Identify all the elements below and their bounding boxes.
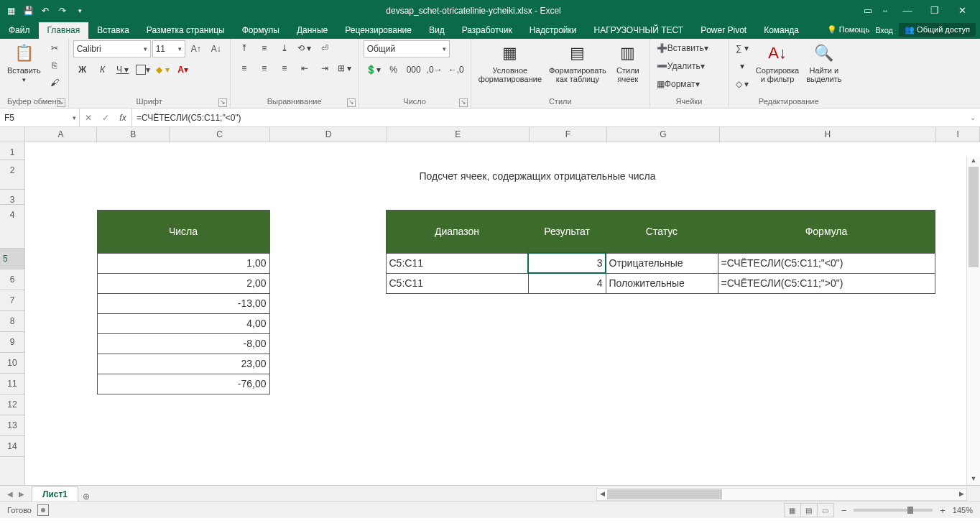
tab-view[interactable]: Вид [420,22,453,39]
help-link[interactable]: 💡 Помощь [827,25,870,34]
cell-number-8[interactable]: 4,00 [97,313,269,333]
cell-range-5[interactable]: C5:C11 [386,253,528,273]
row-header-9[interactable]: 9 [0,332,24,353]
redo-icon[interactable]: ↷ [56,4,69,17]
sheet-nav-next-icon[interactable]: ▶ [19,490,24,498]
close-button[interactable]: ✕ [950,0,974,21]
cell[interactable] [386,374,528,394]
col-header-F[interactable]: F [530,127,608,142]
cell[interactable] [269,394,386,414]
col-header-E[interactable]: E [387,127,530,142]
cell-number-5[interactable]: 1,00 [97,253,269,273]
cell[interactable] [528,414,606,434]
increase-decimal-button[interactable]: ,0→ [425,62,445,78]
cell[interactable] [269,253,386,273]
cell[interactable] [25,414,97,434]
cell[interactable] [528,434,606,454]
row-header-11[interactable]: 11 [0,374,24,394]
zoom-slider[interactable] [854,509,933,512]
decrease-indent-button[interactable]: ⇤ [295,60,314,76]
cut-button[interactable]: ✂ [45,40,64,56]
clear-button[interactable]: ◇ ▾ [733,76,752,92]
row-header-8[interactable]: 8 [0,311,24,332]
scroll-left-icon[interactable]: ◀ [597,489,607,500]
font-dialog-icon[interactable]: ↘ [218,98,227,107]
align-bottom-button[interactable]: ⤓ [275,40,294,56]
format-as-table-button[interactable]: ▤Форматировать как таблицу [546,40,609,85]
cell[interactable] [269,293,386,313]
insert-function-icon[interactable]: fx [114,113,131,123]
border-button[interactable]: ▾ [134,62,152,78]
underline-button[interactable]: Ч ▾ [114,62,132,78]
row-header-7[interactable]: 7 [0,290,24,311]
cell[interactable] [25,313,97,333]
cell[interactable] [169,434,269,454]
row-header-4[interactable]: 4 [0,205,24,249]
font-color-button[interactable]: A ▾ [174,62,193,78]
cell[interactable] [606,313,718,333]
name-box[interactable]: F5▾ [0,108,80,126]
scroll-down-icon[interactable]: ▼ [967,475,980,485]
cell[interactable] [386,414,528,434]
cell[interactable] [269,273,386,293]
tab-addins[interactable]: Надстройки [521,22,586,39]
delete-cells-button[interactable]: ➖ Удалить ▾ [655,58,724,74]
cell[interactable] [386,190,528,210]
cell[interactable] [25,434,97,454]
cell-number-11[interactable]: -76,00 [97,374,269,394]
cell-number-10[interactable]: 23,00 [97,354,269,374]
cell[interactable] [386,394,528,414]
fill-color-button[interactable]: ◆ ▾ [154,62,172,78]
row-header-3[interactable]: 3 [0,190,24,205]
align-right-button[interactable]: ≡ [275,60,294,76]
select-all-corner[interactable] [0,127,25,142]
row-header-14[interactable]: 14 [0,436,24,457]
vertical-scrollbar[interactable]: ▲ ▼ [966,157,980,485]
tab-team[interactable]: Команда [755,22,808,39]
decrease-font-button[interactable]: A↓ [207,41,226,57]
clipboard-dialog-icon[interactable]: ↘ [57,98,65,107]
cell[interactable] [386,333,528,354]
cell[interactable] [718,190,935,210]
cell-styles-button[interactable]: ▥Стили ячеек [611,40,645,85]
ribbon-display-icon[interactable]: ▭ [861,0,875,21]
cell[interactable] [269,313,386,333]
cell[interactable] [169,190,269,210]
align-middle-button[interactable]: ≡ [255,40,274,56]
cell-formula-5[interactable]: =СЧЁТЕСЛИ(C5:C11;"<0") [718,253,935,273]
cell[interactable] [25,394,97,414]
decrease-decimal-button[interactable]: ←,0 [446,62,466,78]
cell-number-7[interactable]: -13,00 [97,293,269,313]
cell[interactable] [528,190,606,210]
cell[interactable] [386,354,528,374]
cell-number-9[interactable]: -8,00 [97,333,269,354]
view-page-layout-button[interactable]: ▤ [800,503,818,517]
new-sheet-button[interactable]: ⊕ [78,491,94,502]
cell[interactable] [528,354,606,374]
cell[interactable] [25,190,97,210]
cell-result-6[interactable]: 4 [528,273,606,293]
ribbon-arrow-icon[interactable]: ↔ [878,0,892,21]
macro-record-icon[interactable] [37,504,49,516]
wrap-text-button[interactable]: ⏎ [315,40,334,56]
col-header-B[interactable]: B [97,127,170,142]
cell[interactable] [606,374,718,394]
tab-insert[interactable]: Вставка [88,22,138,39]
tab-developer[interactable]: Разработчик [453,22,521,39]
bold-button[interactable]: Ж [73,62,92,78]
cell-status-5[interactable]: Отрицательные [606,253,718,273]
merge-button[interactable]: ⊞ ▾ [336,60,354,76]
cell[interactable] [718,142,935,162]
col-header-I[interactable]: I [936,127,980,142]
view-normal-button[interactable]: ▦ [784,503,801,517]
tab-home[interactable]: Главная [39,22,89,39]
sort-filter-button[interactable]: A↓Сортировка и фильтр [753,40,802,85]
horizontal-scrollbar[interactable]: ◀ ▶ [596,488,967,501]
row-header-10[interactable]: 10 [0,353,24,374]
zoom-out-button[interactable]: − [841,505,847,516]
row-header-5[interactable]: 5 [0,249,24,269]
qat-customize-icon[interactable]: ▾ [73,4,86,17]
cell[interactable] [718,394,935,414]
header-formula[interactable]: Формула [718,210,935,253]
font-name-select[interactable]: Calibri▾ [73,40,151,57]
